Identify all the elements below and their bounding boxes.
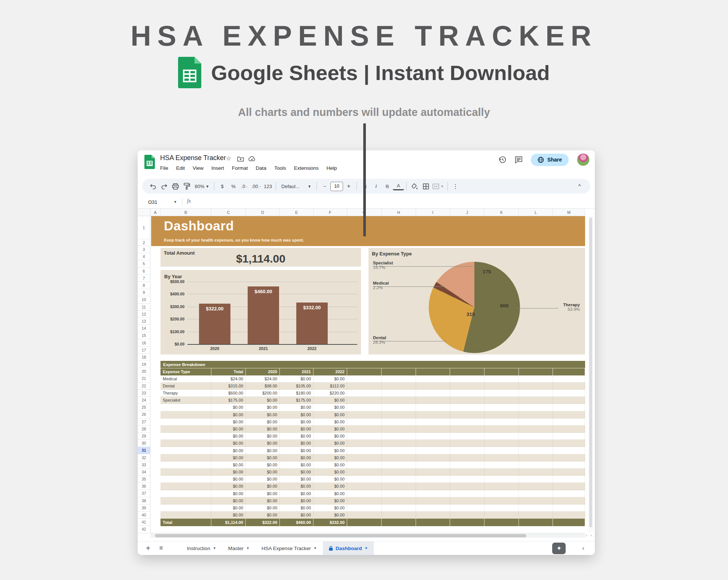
table-cell[interactable] (416, 483, 450, 490)
table-cell[interactable]: $0.00 (280, 447, 313, 454)
table-cell[interactable] (519, 418, 553, 426)
table-cell[interactable] (160, 440, 211, 447)
table-cell[interactable] (484, 418, 519, 426)
fill-color-button[interactable] (409, 181, 420, 191)
table-cell[interactable] (484, 519, 519, 526)
by-year-chart[interactable]: By Year $0.00$100.00$200.00$300.00$400.0… (160, 270, 361, 355)
table-cell[interactable] (382, 519, 416, 526)
row-header-42[interactable]: 42 (138, 526, 150, 533)
table-cell[interactable] (382, 383, 416, 390)
table-cell[interactable] (416, 454, 450, 461)
row-header-13[interactable]: 13 (138, 318, 150, 325)
table-cell[interactable] (553, 519, 585, 526)
table-cell[interactable]: $0.00 (313, 504, 347, 512)
row-header-31[interactable]: 31 (138, 447, 150, 454)
table-cell[interactable] (484, 368, 519, 375)
table-cell[interactable] (450, 397, 484, 404)
merge-cells-button[interactable]: ▼ (431, 181, 445, 191)
table-cell[interactable] (450, 404, 484, 411)
row-header-28[interactable]: 28 (138, 426, 150, 433)
table-cell[interactable]: $0.00 (313, 469, 347, 476)
table-cell[interactable] (347, 476, 382, 483)
decrease-decimals-button[interactable]: .0← (239, 181, 250, 191)
table-cell[interactable]: $0.00 (280, 504, 313, 512)
table-cell[interactable]: Total (160, 519, 211, 526)
collapse-side-panel-icon[interactable]: ‹ (582, 544, 584, 552)
table-cell[interactable]: 2021 (280, 368, 313, 375)
table-cell[interactable] (382, 497, 416, 504)
table-cell[interactable] (484, 483, 519, 490)
table-cell[interactable] (519, 483, 553, 490)
row-header-7[interactable]: 7 (138, 275, 150, 282)
table-cell[interactable] (484, 497, 519, 504)
row-header-22[interactable]: 22 (138, 383, 150, 390)
table-cell[interactable] (553, 440, 585, 447)
table-cell[interactable] (450, 461, 484, 469)
column-header-D[interactable]: D (246, 209, 280, 216)
table-cell[interactable] (553, 397, 585, 404)
decrease-font-size-button[interactable]: − (319, 181, 330, 191)
table-cell[interactable] (519, 447, 553, 454)
table-cell[interactable] (553, 483, 585, 490)
row-header-36[interactable]: 36 (138, 483, 150, 490)
table-cell[interactable]: $332.00 (313, 519, 347, 526)
table-cell[interactable]: $0.00 (313, 461, 347, 469)
row-header-15[interactable]: 15 (138, 332, 150, 339)
column-header-F[interactable]: F (313, 209, 347, 216)
table-cell[interactable]: $0.00 (313, 454, 347, 461)
column-header-B[interactable]: B (160, 209, 211, 216)
table-cell[interactable] (416, 497, 450, 504)
move-folder-icon[interactable] (237, 156, 244, 162)
table-cell[interactable] (450, 476, 484, 483)
table-cell[interactable]: $105.00 (280, 383, 313, 390)
table-cell[interactable] (382, 476, 416, 483)
row-header-29[interactable]: 29 (138, 433, 150, 440)
row-header-26[interactable]: 26 (138, 411, 150, 418)
table-cell[interactable] (382, 447, 416, 454)
table-cell[interactable]: $0.00 (280, 440, 313, 447)
table-cell[interactable]: $24.00 (246, 375, 280, 383)
table-cell[interactable]: Total (211, 368, 246, 375)
table-cell[interactable]: $0.00 (313, 483, 347, 490)
table-cell[interactable]: Therapy (160, 390, 211, 397)
table-cell[interactable]: $0.00 (313, 512, 347, 519)
table-cell[interactable] (347, 454, 382, 461)
table-cell[interactable] (553, 490, 585, 497)
table-cell[interactable]: 2020 (246, 368, 280, 375)
table-cell[interactable] (484, 469, 519, 476)
table-cell[interactable] (450, 375, 484, 383)
table-cell[interactable] (416, 512, 450, 519)
table-cell[interactable] (519, 512, 553, 519)
row-header-24[interactable]: 24 (138, 397, 150, 404)
row-header-4[interactable]: 4 (138, 253, 150, 260)
table-cell[interactable]: $0.00 (211, 461, 246, 469)
table-cell[interactable] (347, 375, 382, 383)
vertical-scrollbar-thumb[interactable] (589, 218, 592, 527)
increase-font-size-button[interactable]: + (343, 181, 354, 191)
table-cell[interactable] (484, 447, 519, 454)
table-cell[interactable]: $0.00 (280, 483, 313, 490)
table-cell[interactable]: $0.00 (246, 490, 280, 497)
table-cell[interactable] (160, 504, 211, 512)
table-cell[interactable] (519, 469, 553, 476)
table-cell[interactable]: $0.00 (211, 490, 246, 497)
table-cell[interactable] (382, 390, 416, 397)
table-cell[interactable] (553, 469, 585, 476)
table-cell[interactable] (553, 411, 585, 418)
table-cell[interactable] (484, 404, 519, 411)
table-cell[interactable] (382, 440, 416, 447)
table-cell[interactable]: $0.00 (211, 497, 246, 504)
table-cell[interactable]: $0.00 (313, 497, 347, 504)
sheet-tab-dashboard[interactable]: Dashboard▼ (323, 541, 374, 555)
table-cell[interactable] (484, 454, 519, 461)
scroll-left-icon[interactable]: ‹ (586, 533, 587, 537)
table-cell[interactable]: $0.00 (313, 418, 347, 426)
table-cell[interactable] (347, 418, 382, 426)
table-cell[interactable] (553, 497, 585, 504)
table-cell[interactable] (519, 404, 553, 411)
table-cell[interactable] (160, 454, 211, 461)
table-cell[interactable] (416, 490, 450, 497)
menu-extensions[interactable]: Extensions (294, 165, 319, 171)
table-cell[interactable] (553, 418, 585, 426)
table-cell[interactable]: $0.00 (211, 418, 246, 426)
